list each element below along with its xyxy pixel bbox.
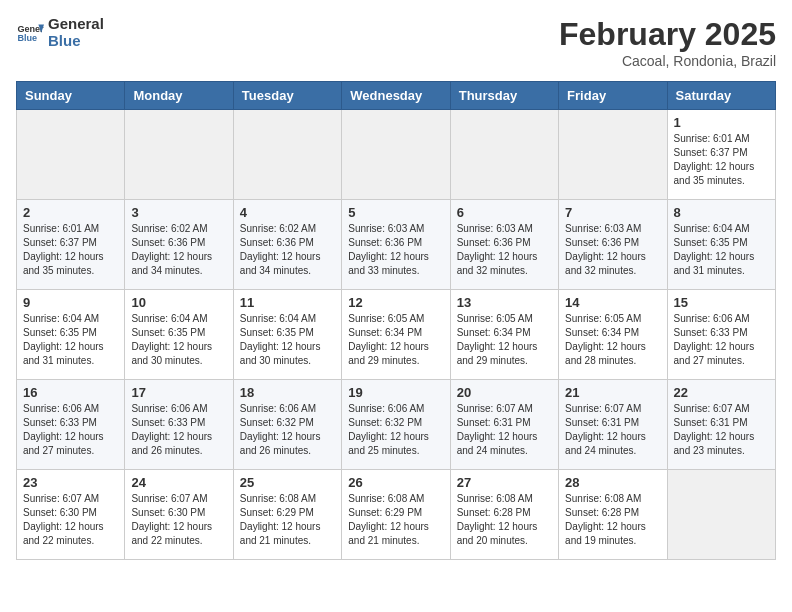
calendar-cell: 2Sunrise: 6:01 AM Sunset: 6:37 PM Daylig… <box>17 200 125 290</box>
day-number: 1 <box>674 115 769 130</box>
day-info: Sunrise: 6:02 AM Sunset: 6:36 PM Dayligh… <box>240 222 335 278</box>
calendar-cell <box>559 110 667 200</box>
day-number: 10 <box>131 295 226 310</box>
calendar-header-row: Sunday Monday Tuesday Wednesday Thursday… <box>17 82 776 110</box>
day-number: 24 <box>131 475 226 490</box>
header: General Blue General Blue February 2025 … <box>16 16 776 69</box>
location: Cacoal, Rondonia, Brazil <box>559 53 776 69</box>
day-info: Sunrise: 6:08 AM Sunset: 6:28 PM Dayligh… <box>457 492 552 548</box>
calendar-cell: 25Sunrise: 6:08 AM Sunset: 6:29 PM Dayli… <box>233 470 341 560</box>
calendar-cell <box>450 110 558 200</box>
calendar-cell: 19Sunrise: 6:06 AM Sunset: 6:32 PM Dayli… <box>342 380 450 470</box>
calendar-cell: 26Sunrise: 6:08 AM Sunset: 6:29 PM Dayli… <box>342 470 450 560</box>
day-info: Sunrise: 6:07 AM Sunset: 6:31 PM Dayligh… <box>565 402 660 458</box>
day-info: Sunrise: 6:04 AM Sunset: 6:35 PM Dayligh… <box>23 312 118 368</box>
day-number: 7 <box>565 205 660 220</box>
day-info: Sunrise: 6:07 AM Sunset: 6:31 PM Dayligh… <box>674 402 769 458</box>
logo: General Blue General Blue <box>16 16 104 49</box>
day-number: 25 <box>240 475 335 490</box>
calendar-cell: 3Sunrise: 6:02 AM Sunset: 6:36 PM Daylig… <box>125 200 233 290</box>
day-info: Sunrise: 6:07 AM Sunset: 6:31 PM Dayligh… <box>457 402 552 458</box>
day-number: 4 <box>240 205 335 220</box>
col-friday: Friday <box>559 82 667 110</box>
day-info: Sunrise: 6:01 AM Sunset: 6:37 PM Dayligh… <box>674 132 769 188</box>
title-block: February 2025 Cacoal, Rondonia, Brazil <box>559 16 776 69</box>
day-number: 9 <box>23 295 118 310</box>
day-number: 18 <box>240 385 335 400</box>
calendar-week-1: 1Sunrise: 6:01 AM Sunset: 6:37 PM Daylig… <box>17 110 776 200</box>
day-number: 8 <box>674 205 769 220</box>
calendar-cell: 27Sunrise: 6:08 AM Sunset: 6:28 PM Dayli… <box>450 470 558 560</box>
day-number: 14 <box>565 295 660 310</box>
calendar-cell: 8Sunrise: 6:04 AM Sunset: 6:35 PM Daylig… <box>667 200 775 290</box>
day-number: 28 <box>565 475 660 490</box>
calendar-cell: 15Sunrise: 6:06 AM Sunset: 6:33 PM Dayli… <box>667 290 775 380</box>
col-monday: Monday <box>125 82 233 110</box>
calendar-cell: 23Sunrise: 6:07 AM Sunset: 6:30 PM Dayli… <box>17 470 125 560</box>
day-info: Sunrise: 6:02 AM Sunset: 6:36 PM Dayligh… <box>131 222 226 278</box>
calendar-cell: 10Sunrise: 6:04 AM Sunset: 6:35 PM Dayli… <box>125 290 233 380</box>
calendar-cell <box>125 110 233 200</box>
col-sunday: Sunday <box>17 82 125 110</box>
day-info: Sunrise: 6:05 AM Sunset: 6:34 PM Dayligh… <box>565 312 660 368</box>
calendar-cell: 20Sunrise: 6:07 AM Sunset: 6:31 PM Dayli… <box>450 380 558 470</box>
logo-blue-text: Blue <box>48 32 81 49</box>
calendar-cell: 18Sunrise: 6:06 AM Sunset: 6:32 PM Dayli… <box>233 380 341 470</box>
page: General Blue General Blue February 2025 … <box>0 0 792 576</box>
calendar-week-2: 2Sunrise: 6:01 AM Sunset: 6:37 PM Daylig… <box>17 200 776 290</box>
svg-text:Blue: Blue <box>17 33 37 43</box>
day-info: Sunrise: 6:05 AM Sunset: 6:34 PM Dayligh… <box>348 312 443 368</box>
calendar-cell: 17Sunrise: 6:06 AM Sunset: 6:33 PM Dayli… <box>125 380 233 470</box>
calendar-cell: 9Sunrise: 6:04 AM Sunset: 6:35 PM Daylig… <box>17 290 125 380</box>
day-info: Sunrise: 6:04 AM Sunset: 6:35 PM Dayligh… <box>674 222 769 278</box>
calendar-cell <box>342 110 450 200</box>
month-title: February 2025 <box>559 16 776 53</box>
day-info: Sunrise: 6:06 AM Sunset: 6:33 PM Dayligh… <box>23 402 118 458</box>
day-info: Sunrise: 6:06 AM Sunset: 6:32 PM Dayligh… <box>348 402 443 458</box>
calendar-cell: 13Sunrise: 6:05 AM Sunset: 6:34 PM Dayli… <box>450 290 558 380</box>
day-info: Sunrise: 6:03 AM Sunset: 6:36 PM Dayligh… <box>348 222 443 278</box>
day-number: 12 <box>348 295 443 310</box>
calendar-cell: 16Sunrise: 6:06 AM Sunset: 6:33 PM Dayli… <box>17 380 125 470</box>
calendar-cell <box>17 110 125 200</box>
day-info: Sunrise: 6:06 AM Sunset: 6:33 PM Dayligh… <box>131 402 226 458</box>
calendar-week-5: 23Sunrise: 6:07 AM Sunset: 6:30 PM Dayli… <box>17 470 776 560</box>
day-info: Sunrise: 6:07 AM Sunset: 6:30 PM Dayligh… <box>23 492 118 548</box>
day-number: 6 <box>457 205 552 220</box>
day-number: 2 <box>23 205 118 220</box>
calendar-cell: 22Sunrise: 6:07 AM Sunset: 6:31 PM Dayli… <box>667 380 775 470</box>
day-info: Sunrise: 6:03 AM Sunset: 6:36 PM Dayligh… <box>457 222 552 278</box>
day-number: 5 <box>348 205 443 220</box>
calendar-cell: 12Sunrise: 6:05 AM Sunset: 6:34 PM Dayli… <box>342 290 450 380</box>
day-info: Sunrise: 6:05 AM Sunset: 6:34 PM Dayligh… <box>457 312 552 368</box>
day-info: Sunrise: 6:01 AM Sunset: 6:37 PM Dayligh… <box>23 222 118 278</box>
col-tuesday: Tuesday <box>233 82 341 110</box>
calendar-cell: 28Sunrise: 6:08 AM Sunset: 6:28 PM Dayli… <box>559 470 667 560</box>
day-info: Sunrise: 6:08 AM Sunset: 6:29 PM Dayligh… <box>240 492 335 548</box>
logo-icon: General Blue <box>16 19 44 47</box>
calendar-week-3: 9Sunrise: 6:04 AM Sunset: 6:35 PM Daylig… <box>17 290 776 380</box>
day-number: 21 <box>565 385 660 400</box>
day-info: Sunrise: 6:06 AM Sunset: 6:32 PM Dayligh… <box>240 402 335 458</box>
day-number: 22 <box>674 385 769 400</box>
day-info: Sunrise: 6:07 AM Sunset: 6:30 PM Dayligh… <box>131 492 226 548</box>
calendar-cell: 14Sunrise: 6:05 AM Sunset: 6:34 PM Dayli… <box>559 290 667 380</box>
calendar-week-4: 16Sunrise: 6:06 AM Sunset: 6:33 PM Dayli… <box>17 380 776 470</box>
day-info: Sunrise: 6:03 AM Sunset: 6:36 PM Dayligh… <box>565 222 660 278</box>
col-thursday: Thursday <box>450 82 558 110</box>
calendar-cell: 4Sunrise: 6:02 AM Sunset: 6:36 PM Daylig… <box>233 200 341 290</box>
col-saturday: Saturday <box>667 82 775 110</box>
day-number: 13 <box>457 295 552 310</box>
calendar-table: Sunday Monday Tuesday Wednesday Thursday… <box>16 81 776 560</box>
calendar-cell: 21Sunrise: 6:07 AM Sunset: 6:31 PM Dayli… <box>559 380 667 470</box>
day-number: 17 <box>131 385 226 400</box>
logo-general-text: General <box>48 15 104 32</box>
calendar-cell <box>233 110 341 200</box>
day-number: 20 <box>457 385 552 400</box>
day-number: 3 <box>131 205 226 220</box>
calendar-cell: 5Sunrise: 6:03 AM Sunset: 6:36 PM Daylig… <box>342 200 450 290</box>
calendar-cell: 6Sunrise: 6:03 AM Sunset: 6:36 PM Daylig… <box>450 200 558 290</box>
day-number: 19 <box>348 385 443 400</box>
calendar-cell: 7Sunrise: 6:03 AM Sunset: 6:36 PM Daylig… <box>559 200 667 290</box>
day-info: Sunrise: 6:08 AM Sunset: 6:28 PM Dayligh… <box>565 492 660 548</box>
